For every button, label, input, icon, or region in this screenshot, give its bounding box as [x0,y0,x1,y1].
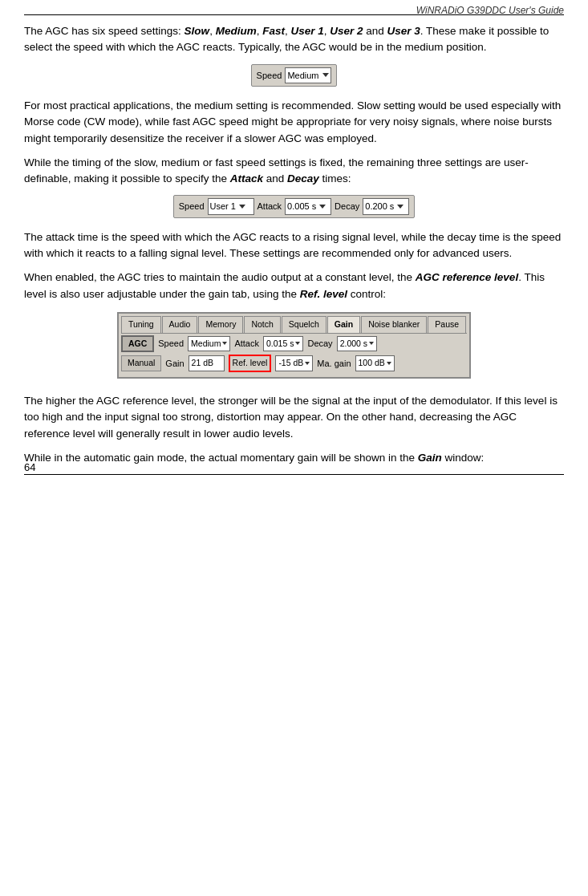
decay-dropdown-arrow [397,205,403,209]
decay-dropdown[interactable]: 0.200 s [363,198,409,215]
user1-ctrl-bar: Speed User 1 Attack 0.005 s Decay 0.200 … [173,195,416,218]
panel-reflevel-label-field: Ref. level [229,355,272,372]
speed-value-1: Medium [287,69,318,83]
panel-speed-field[interactable]: Medium [188,336,230,352]
gain-panel-container: Tuning Audio Memory Notch Squelch Gain N… [24,312,564,379]
panel-gain-value: 21 dB [192,357,213,370]
panel-speed-arrow [222,342,227,345]
attack-value: 0.005 s [287,200,316,213]
speed-label-2: Speed [179,200,205,213]
panel-decay-value: 2.000 s [340,338,367,351]
tab-gain[interactable]: Gain [327,316,360,333]
tab-memory[interactable]: Memory [198,316,243,333]
paragraph-1: The AGC has six speed settings: Slow, Me… [24,23,564,56]
tab-notch[interactable]: Notch [244,316,280,333]
panel-decay-label: Decay [307,337,332,351]
tab-squelch[interactable]: Squelch [282,316,326,333]
panel-attack-arrow [295,342,300,345]
paragraph-2: For most practical applications, the med… [24,98,564,147]
tab-tuning[interactable]: Tuning [121,316,161,333]
panel-decay-field[interactable]: 2.000 s [337,336,377,352]
panel-reflevel-field[interactable]: -15 dB [275,355,313,371]
tab-noise-blanker[interactable]: Noise blanker [361,316,427,333]
panel-attack-value: 0.015 s [266,338,294,351]
speed-dropdown-arrow-1 [322,73,329,77]
gain-panel: Tuning Audio Memory Notch Squelch Gain N… [117,312,471,379]
speed-dropdown-1[interactable]: Medium [285,67,331,84]
paragraph-3: While the timing of the slow, medium or … [24,155,564,188]
panel-gain-label: Gain [165,357,184,371]
panel-reflevel-arrow [305,362,310,365]
panel-attack-label: Attack [234,337,259,351]
speed-label-1: Speed [257,69,282,83]
paragraph-5: When enabled, the AGC tries to maintain … [24,270,564,302]
panel-decay-arrow [369,342,374,345]
panel-maxgain-arrow [387,362,391,365]
decay-value: 0.200 s [365,200,394,213]
attack-dropdown-arrow [319,205,326,209]
manual-button[interactable]: Manual [121,355,161,371]
speed-ctrl-bar: Speed Medium [251,64,338,87]
paragraph-7: While in the automatic gain mode, the ac… [24,450,564,466]
user1-control: Speed User 1 Attack 0.005 s Decay 0.200 … [24,195,564,218]
agc-button[interactable]: AGC [121,335,154,353]
panel-gain-field[interactable]: 21 dB [189,355,225,371]
panel-reflevel-label: Ref. level [233,357,268,370]
attack-dropdown[interactable]: 0.005 s [285,198,331,215]
tab-pause[interactable]: Pause [428,316,466,333]
page-number: 64 [24,460,35,476]
speed-dropdown-arrow-2 [239,205,245,209]
speed-medium-control: Speed Medium [24,64,564,87]
panel-speed-label: Speed [158,337,184,351]
panel-maxgain-value: 100 dB [359,357,385,370]
panel-reflevel-value: -15 dB [278,357,303,370]
panel-speed-value: Medium [191,338,221,351]
panel-attack-field[interactable]: 0.015 s [263,336,303,352]
decay-label: Decay [335,200,359,213]
page-header: WiNRADiO G39DDC User's Guide [416,3,564,18]
paragraph-6: The higher the AGC reference level, the … [24,393,564,442]
tab-audio[interactable]: Audio [162,316,198,333]
speed-dropdown-2[interactable]: User 1 [208,198,254,215]
panel-tabs: Tuning Audio Memory Notch Squelch Gain N… [121,316,467,334]
paragraph-4: The attack time is the speed with which … [24,229,564,262]
bottom-divider [24,474,564,475]
panel-row-1: AGC Speed Medium Attack 0.015 s Decay 2.… [121,335,467,353]
panel-maxgain-field[interactable]: 100 dB [355,355,395,371]
panel-row-2: Manual Gain 21 dB Ref. level -15 dB Ma. … [121,355,467,372]
panel-maxgain-label: Ma. gain [317,357,351,371]
attack-label: Attack [258,200,282,213]
speed-value-2: User 1 [210,200,236,213]
